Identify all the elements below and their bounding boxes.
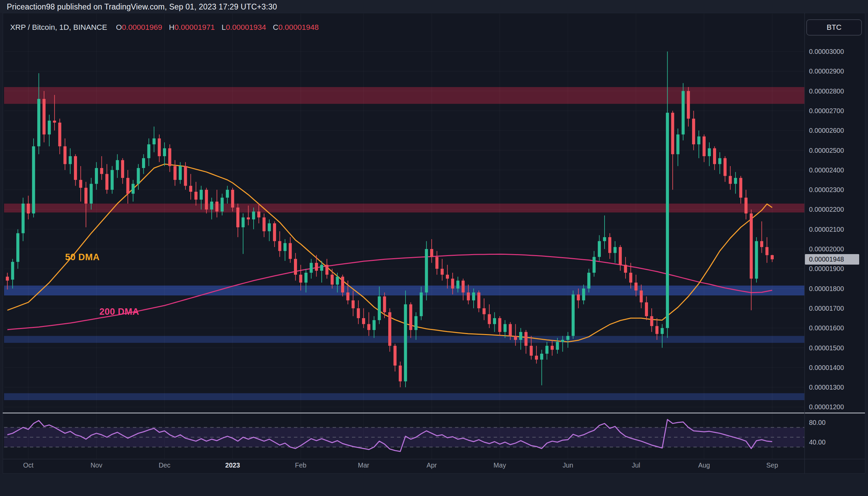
chart-legend: XRP / Bitcoin, 1D, BINANCE O0.00001969H0…: [10, 22, 326, 33]
price-axis-label: 0.00001600: [809, 324, 844, 332]
price-axis-label: 0.00002300: [809, 186, 844, 194]
ohlc-values: O0.00001969H0.00001971L0.00001934C0.0000…: [116, 23, 326, 32]
price-axis-label: 0.00002200: [809, 206, 844, 214]
time-axis-label: Aug: [698, 462, 710, 469]
publish-text: Priceaction98 published on TradingView.c…: [7, 0, 277, 13]
time-axis-label: Dec: [159, 462, 170, 469]
price-axis-label: 0.00001400: [809, 364, 844, 372]
price-axis-label: 0.00002500: [809, 147, 844, 155]
time-axis-label: Mar: [358, 462, 370, 469]
rsi-axis-label: 80.00: [809, 419, 826, 427]
ohlc-o: O0.00001969: [116, 23, 162, 31]
footer-bar: TradingView: [0, 474, 868, 496]
ohlc-h: H0.00001971: [169, 23, 215, 31]
ohlc-l: L0.00001934: [221, 23, 266, 31]
price-axis-label: 0.00001300: [809, 384, 844, 391]
price-axis-label: 0.00002100: [809, 226, 844, 233]
time-axis-label: 2023: [225, 462, 240, 469]
price-axis-label: 0.00001500: [809, 344, 844, 352]
price-axis-label: 0.00001700: [809, 305, 844, 312]
price-axis-label: 0.00002800: [809, 88, 844, 95]
publish-bar: Priceaction98 published on TradingView.c…: [0, 0, 868, 13]
price-axis-label: 0.00002900: [809, 67, 844, 75]
chart-plot-area[interactable]: [4, 14, 805, 413]
price-axis-label: 0.00001800: [809, 285, 844, 293]
rsi-axis-label: 40.00: [809, 438, 826, 446]
ohlc-c: C0.00001948: [273, 23, 319, 31]
price-axis-label: 0.00002000: [809, 245, 844, 253]
price-axis-label: 0.00002400: [809, 166, 844, 174]
time-axis-label: Feb: [295, 462, 306, 469]
time-axis-label: Oct: [23, 462, 33, 469]
time-axis[interactable]: [4, 460, 805, 473]
price-axis-label: 0.00001200: [809, 403, 844, 411]
time-axis-label: Sep: [766, 462, 778, 469]
dma200-annotation: 200 DMA: [99, 307, 139, 317]
time-axis-label: Nov: [91, 462, 102, 469]
price-axis-label: 0.00002700: [809, 107, 844, 115]
time-axis-label: Jun: [563, 462, 573, 469]
last-price-tag: 0.00001948: [805, 254, 859, 265]
price-axis-label: 0.00002600: [809, 127, 844, 135]
time-axis-label: Apr: [426, 462, 437, 469]
price-axis-label: 0.00001900: [809, 265, 844, 273]
time-axis-label: May: [494, 462, 506, 469]
symbol-title[interactable]: XRP / Bitcoin, 1D, BINANCE: [10, 23, 107, 32]
rsi-pane[interactable]: [4, 414, 805, 458]
time-axis-label: Jul: [632, 462, 640, 469]
price-axis-label: 0.00003000: [809, 48, 844, 56]
currency-toggle-button[interactable]: BTC: [806, 19, 862, 35]
dma50-annotation: 50 DMA: [65, 252, 100, 263]
